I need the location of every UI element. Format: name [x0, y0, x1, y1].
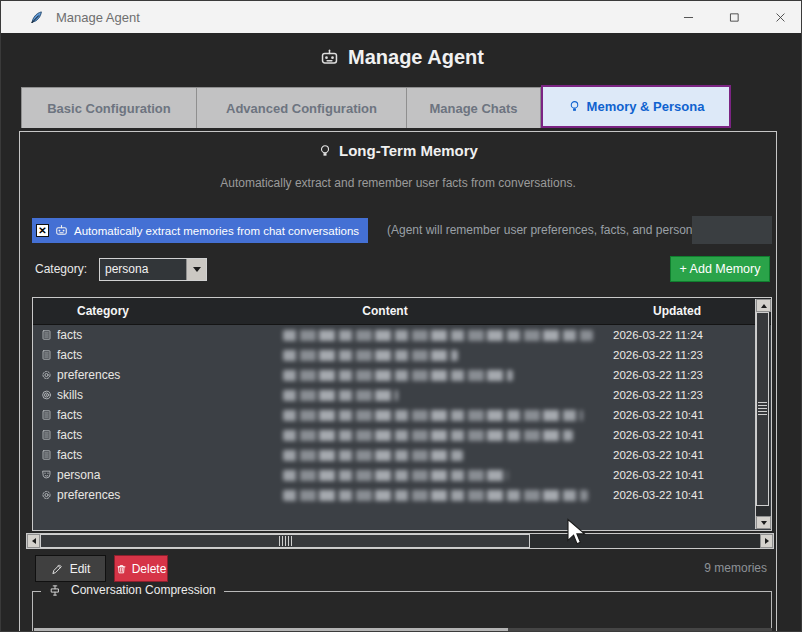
delete-button-label: Delete: [132, 562, 167, 576]
edit-button[interactable]: Edit: [35, 555, 106, 582]
edit-button-label: Edit: [70, 562, 91, 576]
table-actions-row: Edit Delete 9 memories: [20, 555, 776, 582]
auto-extract-checkbox-label[interactable]: Automatically extract memories from chat…: [32, 218, 368, 243]
auto-extract-row: Automatically extract memories from chat…: [20, 218, 776, 245]
bulb-icon: [318, 144, 332, 158]
group-label-row: Conversation Compression: [41, 583, 224, 597]
group-title: Conversation Compression: [71, 583, 216, 597]
scroll-right-button[interactable]: [760, 534, 773, 548]
table-row[interactable]: facts2026-03-22 11:24: [33, 325, 757, 345]
auto-extract-label: Automatically extract memories from chat…: [74, 225, 359, 237]
row-category: facts: [57, 408, 82, 422]
close-button[interactable]: [757, 1, 802, 33]
section-title: Long-Term Memory: [339, 142, 478, 159]
auto-extract-checkbox[interactable]: [36, 224, 49, 237]
maximize-button[interactable]: [711, 1, 757, 33]
app-header: Manage Agent: [1, 41, 802, 73]
row-category: facts: [57, 448, 82, 462]
tab-label: Advanced Configuration: [226, 101, 377, 116]
facts-icon: [41, 409, 52, 421]
gear-icon: [41, 489, 52, 501]
arrow-left-icon: [32, 538, 36, 544]
tab-advanced-configuration[interactable]: Advanced Configuration: [197, 87, 407, 128]
row-category: facts: [57, 348, 82, 362]
row-content-redacted: [283, 410, 583, 421]
chevron-down-icon: [193, 267, 201, 272]
scroll-up-button[interactable]: [756, 299, 771, 312]
table-row[interactable]: facts2026-03-22 10:41: [33, 405, 757, 425]
category-label: Category:: [35, 256, 87, 283]
robot-icon: [320, 48, 339, 67]
robot-icon: [55, 224, 68, 237]
row-category: facts: [57, 328, 82, 342]
row-updated: 2026-03-22 11:23: [597, 389, 757, 401]
tab-memory-persona[interactable]: Memory & Persona: [541, 85, 731, 128]
scroll-left-button[interactable]: [27, 534, 40, 548]
horizontal-scrollbar-thumb[interactable]: [40, 534, 530, 548]
minimize-button[interactable]: [665, 1, 711, 33]
horizontal-scrollbar[interactable]: [26, 533, 774, 549]
section-subtitle: Automatically extract and remember user …: [20, 176, 776, 190]
table-row[interactable]: skills2026-03-22 11:23: [33, 385, 757, 405]
row-updated: 2026-03-22 10:41: [597, 469, 757, 481]
tab-label: Manage Chats: [429, 101, 517, 116]
combobox-dropdown-button[interactable]: [186, 259, 206, 280]
mask-icon: [41, 469, 52, 481]
table-row[interactable]: preferences2026-03-22 10:41: [33, 485, 757, 505]
window-title: Manage Agent: [56, 10, 140, 25]
table-row[interactable]: preferences2026-03-22 11:23: [33, 365, 757, 385]
tab-label: Memory & Persona: [587, 99, 705, 114]
arrow-right-icon: [765, 538, 769, 544]
row-updated: 2026-03-22 11:24: [597, 329, 757, 341]
row-content-redacted: [283, 370, 513, 381]
maximize-icon: [729, 12, 740, 23]
row-updated: 2026-03-22 10:41: [597, 409, 757, 421]
bulb-icon: [568, 100, 581, 113]
row-content-redacted: [283, 390, 398, 401]
column-header-category[interactable]: Category: [33, 298, 173, 324]
manage-agent-window: Manage Agent Manage Agent Basic Configur…: [0, 0, 802, 632]
category-combobox[interactable]: persona: [99, 258, 207, 281]
row-category: facts: [57, 428, 82, 442]
row-category: preferences: [57, 368, 120, 382]
row-content-redacted: [283, 490, 588, 501]
category-row: Category: persona + Add Memory: [20, 256, 776, 284]
memory-table-body: facts2026-03-22 11:24facts2026-03-22 11:…: [33, 325, 757, 505]
table-row[interactable]: persona2026-03-22 10:41: [33, 465, 757, 485]
title-bar: Manage Agent: [1, 1, 802, 33]
category-value: persona: [100, 259, 186, 280]
tab-label: Basic Configuration: [47, 101, 171, 116]
memory-table: Category Content Updated facts2026-03-22…: [32, 297, 772, 531]
compression-widget-partial: [34, 628, 508, 632]
feather-app-icon: [29, 10, 44, 25]
gear-icon: [41, 369, 52, 381]
delete-button[interactable]: Delete: [114, 555, 168, 582]
pencil-icon: [51, 563, 63, 575]
row-category: skills: [57, 388, 83, 402]
facts-icon: [41, 449, 52, 461]
arrow-down-icon: [761, 521, 767, 525]
close-icon: [775, 12, 786, 23]
section-title-row: Long-Term Memory: [20, 142, 776, 159]
column-header-content[interactable]: Content: [173, 298, 597, 324]
row-updated: 2026-03-22 10:41: [597, 449, 757, 461]
vertical-scrollbar[interactable]: [755, 299, 770, 529]
table-row[interactable]: facts2026-03-22 11:23: [33, 345, 757, 365]
add-memory-button[interactable]: + Add Memory: [670, 256, 770, 282]
facts-icon: [41, 349, 52, 361]
vertical-scrollbar-thumb[interactable]: [756, 312, 769, 506]
tab-basic-configuration[interactable]: Basic Configuration: [21, 87, 197, 128]
empty-entry-field[interactable]: [692, 216, 772, 244]
memory-persona-panel: Long-Term Memory Automatically extract a…: [19, 131, 777, 632]
target-icon: [41, 389, 52, 401]
tab-manage-chats[interactable]: Manage Chats: [407, 87, 541, 128]
row-content-redacted: [283, 330, 593, 341]
compression-widget-partial-dark: [508, 628, 772, 632]
column-header-updated[interactable]: Updated: [597, 298, 757, 324]
table-row[interactable]: facts2026-03-22 10:41: [33, 425, 757, 445]
scroll-down-button[interactable]: [756, 516, 771, 529]
row-category: preferences: [57, 488, 120, 502]
row-updated: 2026-03-22 10:41: [597, 489, 757, 501]
table-row[interactable]: facts2026-03-22 10:41: [33, 445, 757, 465]
row-content-redacted: [283, 350, 458, 361]
